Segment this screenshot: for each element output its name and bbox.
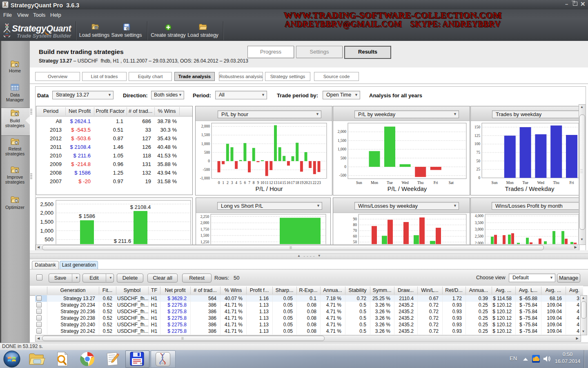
svg-text:18: 18 xyxy=(295,181,299,185)
svg-text:1,500: 1,500 xyxy=(338,139,347,143)
svg-text:80: 80 xyxy=(353,223,357,227)
svg-text:-500: -500 xyxy=(339,173,347,177)
svg-text:16: 16 xyxy=(287,181,291,185)
svg-text:-1,000: -1,000 xyxy=(200,176,210,180)
svg-text:500: 500 xyxy=(204,150,210,155)
svg-text:1,500: 1,500 xyxy=(200,233,209,238)
svg-text:1,000: 1,000 xyxy=(40,228,53,234)
svg-text:1,000: 1,000 xyxy=(201,142,210,146)
svg-text:12: 12 xyxy=(269,181,273,185)
svg-text:70: 70 xyxy=(353,229,357,233)
svg-text:2: 2 xyxy=(227,181,229,185)
svg-text:0: 0 xyxy=(478,176,480,180)
svg-text:50: 50 xyxy=(477,159,481,163)
svg-text:11: 11 xyxy=(265,181,269,185)
svg-text:0: 0 xyxy=(344,165,346,169)
svg-text:2,500: 2,500 xyxy=(475,234,484,238)
svg-text:2,000: 2,000 xyxy=(338,130,347,134)
svg-text:25: 25 xyxy=(477,167,481,171)
svg-text:Trades / Weekday: Trades / Weekday xyxy=(505,185,555,192)
svg-text:4: 4 xyxy=(235,181,237,185)
svg-text:19: 19 xyxy=(300,181,304,185)
svg-text:9: 9 xyxy=(257,181,259,185)
svg-text:500: 500 xyxy=(45,236,53,242)
svg-text:21: 21 xyxy=(308,181,312,185)
svg-text:64: 64 xyxy=(140,362,143,365)
svg-text:75: 75 xyxy=(477,150,481,155)
svg-text:0: 0 xyxy=(208,159,210,163)
svg-text:6: 6 xyxy=(244,181,246,185)
svg-text:Tue: Tue xyxy=(387,181,392,185)
svg-text:4,000: 4,000 xyxy=(475,214,484,218)
svg-text:2,000: 2,000 xyxy=(201,124,210,128)
svg-text:2,000: 2,000 xyxy=(200,221,209,225)
svg-text:5: 5 xyxy=(240,181,242,185)
svg-text:500: 500 xyxy=(341,156,347,160)
svg-text:150: 150 xyxy=(474,125,481,129)
svg-text:50: 50 xyxy=(353,240,357,244)
svg-text:3: 3 xyxy=(231,181,233,185)
svg-text:Mon: Mon xyxy=(506,181,514,185)
svg-text:23: 23 xyxy=(317,181,321,185)
svg-text:$ 1586: $ 1586 xyxy=(79,213,95,219)
svg-text:Fri: Fri xyxy=(569,181,574,185)
svg-text:14: 14 xyxy=(278,181,282,185)
svg-text:8: 8 xyxy=(253,181,255,185)
svg-text:7: 7 xyxy=(248,181,250,185)
svg-text:20: 20 xyxy=(304,181,308,185)
svg-text:-500: -500 xyxy=(203,168,210,172)
svg-text:$ 2108.4: $ 2108.4 xyxy=(130,204,151,210)
svg-text:Wed: Wed xyxy=(537,181,544,185)
svg-text:100: 100 xyxy=(474,142,481,146)
svg-text:1,750: 1,750 xyxy=(200,227,209,231)
svg-text:90: 90 xyxy=(353,217,357,221)
svg-text:P/L / Hour: P/L / Hour xyxy=(256,185,283,192)
svg-text:125: 125 xyxy=(474,134,481,138)
svg-text:3,500: 3,500 xyxy=(475,221,484,225)
svg-text:Mon: Mon xyxy=(371,181,378,185)
svg-text:15: 15 xyxy=(282,181,286,185)
svg-text:1,500: 1,500 xyxy=(40,219,53,225)
svg-text:Fri: Fri xyxy=(434,181,438,185)
svg-text:2,250: 2,250 xyxy=(200,215,209,219)
svg-text:Wed: Wed xyxy=(402,181,409,185)
svg-text:Thu: Thu xyxy=(417,181,424,185)
svg-text:Sun: Sun xyxy=(492,181,498,185)
svg-text:P/L / Weekday: P/L / Weekday xyxy=(388,185,427,192)
svg-text:1: 1 xyxy=(222,181,224,185)
svg-text:22: 22 xyxy=(313,181,317,185)
svg-text:2,000: 2,000 xyxy=(40,210,53,216)
svg-text:13: 13 xyxy=(274,181,278,185)
svg-text:2,000: 2,000 xyxy=(475,241,484,244)
svg-text:$ 211.6: $ 211.6 xyxy=(114,238,131,244)
svg-text:Sun: Sun xyxy=(356,181,362,185)
svg-text:0: 0 xyxy=(218,181,220,185)
svg-text:Thu: Thu xyxy=(553,181,560,185)
svg-text:Sat: Sat xyxy=(449,181,454,185)
svg-text:10: 10 xyxy=(261,181,265,185)
svg-text:1,500: 1,500 xyxy=(201,133,210,137)
svg-text:17: 17 xyxy=(291,181,295,185)
svg-text:Tue: Tue xyxy=(522,181,528,185)
svg-text:1,000: 1,000 xyxy=(338,147,347,151)
svg-text:3,000: 3,000 xyxy=(475,227,484,231)
svg-text:1,250: 1,250 xyxy=(200,240,209,244)
svg-text:2,500: 2,500 xyxy=(40,201,53,207)
svg-text:60: 60 xyxy=(353,234,357,238)
